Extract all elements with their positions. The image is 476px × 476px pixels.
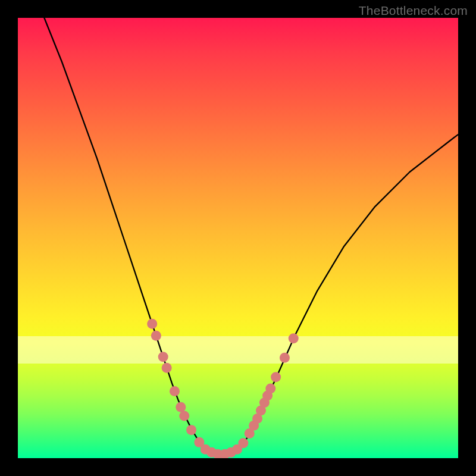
marker-dot xyxy=(271,372,281,382)
marker-dot xyxy=(186,425,196,435)
v-curve xyxy=(44,18,458,455)
curves-svg xyxy=(18,18,458,458)
marker-dot xyxy=(176,402,186,412)
marker-dot xyxy=(147,319,157,329)
marker-dot xyxy=(238,438,248,448)
watermark-text: TheBottleneck.com xyxy=(359,4,468,18)
marker-dot xyxy=(158,352,168,362)
marker-dot xyxy=(179,411,189,421)
marker-layer xyxy=(147,319,299,458)
marker-dot xyxy=(265,384,275,394)
line-layer xyxy=(44,18,458,455)
marker-dot xyxy=(162,363,172,373)
marker-dot xyxy=(280,353,290,363)
outer-frame: TheBottleneck.com xyxy=(0,0,476,476)
marker-dot xyxy=(151,331,161,341)
marker-dot xyxy=(170,386,180,396)
marker-dot xyxy=(289,333,299,343)
